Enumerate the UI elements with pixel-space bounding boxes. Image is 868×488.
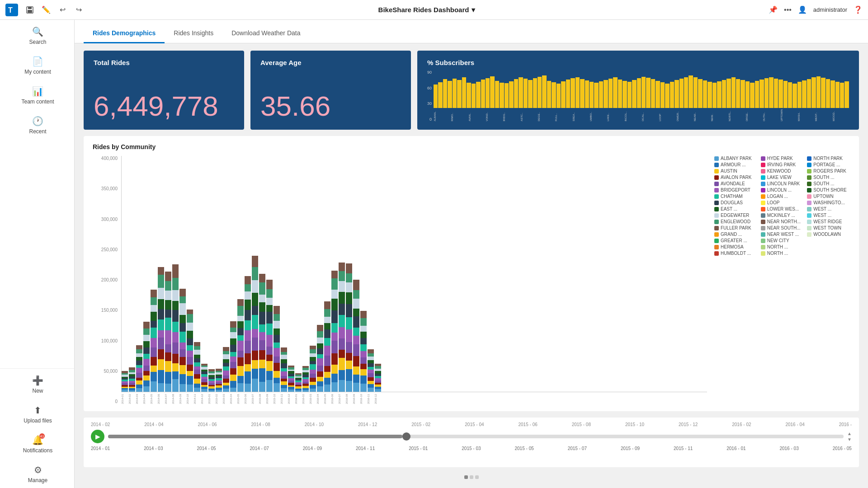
dropdown-chevron[interactable]: ▾ <box>472 6 475 14</box>
timeline-date-bottom-10: 2015 - 09 <box>621 446 640 451</box>
bar-segment-18-3 <box>252 351 258 360</box>
bar-segment-19-6 <box>259 324 265 332</box>
chart-body: 400,000350,000300,000250,000200,000150,0… <box>93 156 850 404</box>
sub-bar-51 <box>675 80 679 108</box>
bar-segment-7-10 <box>172 278 179 290</box>
legend-label: NEAR WEST ... <box>767 232 799 237</box>
sub-bar-13 <box>495 81 499 108</box>
bar-segment-18-1 <box>252 369 258 379</box>
edit-icon[interactable]: ✏️ <box>40 4 52 16</box>
sidebar-item-my-content[interactable]: 📄 My content <box>0 50 74 80</box>
bar-segment-16-5 <box>237 341 244 351</box>
legend-label: ROGERS PARK <box>813 169 846 174</box>
tab-download-weather[interactable]: Download Weather Data <box>222 23 309 43</box>
bar-segment-8-6 <box>179 332 186 343</box>
scroll-down-arrow[interactable]: ▼ <box>847 437 852 442</box>
help-icon[interactable]: ❓ <box>854 5 863 14</box>
bar-segment-29-1 <box>331 374 338 382</box>
bar-segment-22-9 <box>281 355 287 359</box>
bar-segment-32-3 <box>353 356 359 366</box>
sub-bar-25 <box>552 82 556 108</box>
timeline-handle[interactable] <box>402 432 410 441</box>
user-icon[interactable]: 👤 <box>798 5 807 14</box>
legend-dot <box>714 156 719 161</box>
legend-item-col1-5: BRIDGEPORT <box>714 188 757 192</box>
undo-icon[interactable]: ↩ <box>56 4 69 16</box>
bar-segment-31-1 <box>346 369 352 381</box>
play-button[interactable]: ▶ <box>91 430 104 443</box>
timeline-track[interactable] <box>108 435 844 438</box>
sidebar-item-manage[interactable]: ⚙ Manage <box>0 458 74 488</box>
kpi-avg-age-value: 35.66 <box>260 91 401 122</box>
bar-segment-1-0 <box>129 390 135 392</box>
sub-label-15: NEAR.. <box>693 109 710 122</box>
legend-item-col3-5: SOUTH SHORE <box>807 188 850 192</box>
x-label-0: 2014-01 <box>121 394 127 404</box>
legend-label: LINCOLN PARK <box>767 181 800 186</box>
page-dot-3[interactable] <box>475 475 479 479</box>
legend-dot <box>714 213 719 218</box>
legend-dot <box>807 226 811 230</box>
sub-bar-11 <box>486 78 490 108</box>
bar-group-4 <box>151 290 157 392</box>
bar-segment-34-9 <box>368 357 374 360</box>
bar-segment-6-1 <box>165 372 171 384</box>
bar-segment-15-11 <box>230 321 236 328</box>
scroll-y-arrows[interactable]: ▲ ▼ <box>847 431 852 442</box>
sidebar-item-notifications[interactable]: 🔔 41 Notifications <box>0 428 74 458</box>
save-icon[interactable] <box>24 4 36 16</box>
sidebar-item-new[interactable]: ➕ New <box>0 369 74 399</box>
y-label-3: 250,000 <box>93 247 118 252</box>
scroll-up-arrow[interactable]: ▲ <box>847 431 852 436</box>
bar-segment-18-6 <box>252 315 258 329</box>
more-icon[interactable]: ••• <box>784 6 792 14</box>
sub-bar-21 <box>533 78 537 108</box>
dashboard-title-area[interactable]: BikeShare Rides Dashboard ▾ <box>90 6 763 14</box>
bar-group-12 <box>208 369 215 391</box>
legend-label: GRAND ... <box>721 232 742 237</box>
bar-segment-21-3 <box>274 363 280 371</box>
legend-dot <box>714 175 719 180</box>
legend-dot <box>714 182 719 186</box>
bar-segment-26-2 <box>310 382 316 385</box>
bar-segment-20-0 <box>266 380 273 392</box>
bar-segment-9-1 <box>187 376 193 384</box>
legend-item-col1-7: DOUGLAS <box>714 200 757 205</box>
legend-item-col1-12: GRAND ... <box>714 232 757 237</box>
page-dot-2[interactable] <box>470 475 473 479</box>
bar-segment-3-2 <box>143 375 150 380</box>
sidebar-item-upload[interactable]: ⬆ Upload files <box>0 399 74 428</box>
sub-bar-47 <box>656 81 660 108</box>
sidebar-item-recent[interactable]: 🕐 Recent <box>0 109 74 139</box>
bar-segment-11-0 <box>201 389 208 392</box>
app-logo[interactable]: T <box>5 4 18 16</box>
sub-bar-70 <box>764 78 769 108</box>
bar-segment-31-10 <box>346 273 352 282</box>
x-label-20: 2015-09 <box>266 394 272 404</box>
bar-segment-7-3 <box>172 354 179 363</box>
bar-segment-22-11 <box>281 347 287 352</box>
sidebar-item-search[interactable]: 🔍 Search <box>0 20 74 50</box>
legend-dot <box>761 220 765 224</box>
bar-segment-33-9 <box>360 326 367 332</box>
sub-bar-46 <box>651 79 655 108</box>
redo-icon[interactable]: ↪ <box>72 4 85 16</box>
sub-bar-28 <box>566 80 570 108</box>
legend-dot <box>714 169 719 174</box>
bar-segment-29-10 <box>331 278 338 290</box>
toolbar-icons: ✏️ ↩ ↪ <box>24 4 85 16</box>
sub-bar-55 <box>693 77 698 108</box>
bar-segment-21-6 <box>274 343 280 348</box>
pin-icon[interactable]: 📌 <box>769 5 778 14</box>
sub-bar-22 <box>538 77 542 108</box>
tab-rides-insights[interactable]: Rides Insights <box>165 23 222 43</box>
sub-bar-32 <box>585 80 589 108</box>
bar-segment-7-6 <box>172 322 179 332</box>
tab-rides-demographics[interactable]: Rides Demographics <box>84 23 165 43</box>
bar-segment-28-4 <box>324 356 330 366</box>
bar-segment-21-2 <box>274 371 280 378</box>
page-dot-1[interactable] <box>464 475 468 479</box>
topbar-right: 📌 ••• 👤 administrator ❓ <box>769 5 863 14</box>
sidebar-item-team-content[interactable]: 📊 Team content <box>0 80 74 109</box>
bar-segment-6-10 <box>165 281 171 291</box>
